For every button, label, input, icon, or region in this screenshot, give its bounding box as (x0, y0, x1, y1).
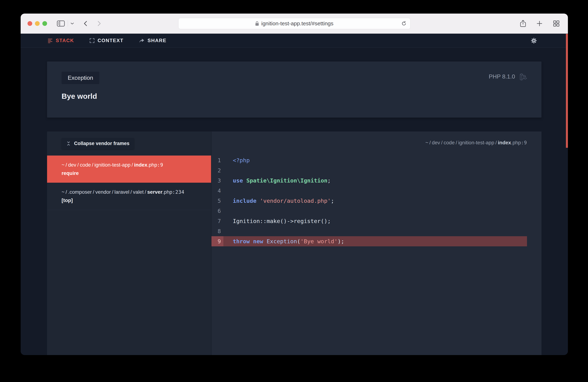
code-panel: ~/dev/code/ignition-test-app/index.php:9… (211, 132, 542, 355)
code-line: 7 Ignition::make()->register(); (211, 216, 527, 226)
sidebar-toggle-button[interactable] (57, 20, 65, 27)
error-page: Exception Bye world PHP 8.1.0 (21, 48, 568, 355)
code-line: 8 (211, 226, 527, 236)
share-button[interactable] (520, 20, 526, 27)
refresh-button[interactable] (401, 21, 407, 26)
zoom-button[interactable] (42, 21, 47, 26)
line-number: 5 (211, 196, 223, 206)
frames-list: ~/dev/code/ignition-test-app/index.php:9… (47, 155, 211, 210)
tab-share[interactable]: SHARE (139, 38, 167, 43)
line-content: include 'vendor/autoload.php'; (223, 197, 334, 204)
frame-path: ~/dev/code/ignition-test-app/index.php:9 (62, 162, 203, 168)
code-snippet: 1 <?php 2 3 use Spatie\Ignition\Ignition… (211, 155, 527, 246)
frame-path: ~/.composer/vendor/laravel/valet/server.… (62, 189, 203, 195)
share-export-icon (520, 20, 526, 27)
line-number: 1 (211, 155, 223, 165)
stack-section: Collapse vendor frames ~/dev/code/igniti… (47, 132, 542, 355)
stack-frame[interactable]: ~/.composer/vendor/laravel/valet/server.… (47, 183, 211, 210)
line-number: 7 (211, 216, 223, 226)
sidebar-menu-button[interactable] (70, 22, 74, 25)
scrollbar-thumb[interactable] (566, 34, 568, 148)
line-number: 9 (211, 236, 223, 246)
exception-card: Exception Bye world PHP 8.1.0 (47, 61, 542, 117)
chevron-down-icon (70, 22, 74, 25)
back-icon (84, 21, 87, 26)
code-line: 4 (211, 186, 527, 196)
tab-context[interactable]: CONTEXT (90, 38, 124, 43)
tab-overview-button[interactable] (553, 20, 560, 27)
code-line: 5 include 'vendor/autoload.php'; (211, 196, 527, 206)
line-number: 4 (211, 186, 223, 196)
line-content: use Spatie\Ignition\Ignition; (223, 177, 331, 184)
minimize-button[interactable] (35, 21, 40, 26)
close-button[interactable] (27, 21, 32, 26)
code-line: 6 (211, 206, 527, 216)
gear-icon (531, 38, 537, 44)
line-number: 2 (211, 165, 223, 175)
line-number: 6 (211, 206, 223, 216)
tab-context-label: CONTEXT (98, 38, 124, 43)
share-arrow-icon (139, 38, 145, 43)
exception-class-badge: Exception (62, 72, 99, 84)
stack-frame[interactable]: ~/dev/code/ignition-test-app/index.php:9… (47, 155, 211, 183)
stack-trace-panel: Collapse vendor frames ~/dev/code/igniti… (47, 132, 211, 355)
code-line: 1 <?php (211, 155, 527, 165)
browser-toolbar: ignition-test-app.test/#settings (21, 14, 568, 34)
frame-method: require (62, 170, 203, 176)
browser-window: ignition-test-app.test/#settings (21, 14, 568, 355)
line-number: 3 (211, 175, 223, 186)
sidebar-icon (57, 20, 65, 27)
settings-button[interactable] (531, 38, 537, 44)
url-text: ignition-test-app.test/#settings (261, 20, 334, 27)
php-version-label: PHP 8.1.0 (489, 73, 515, 80)
refresh-icon (401, 21, 407, 26)
exception-message: Bye world (62, 92, 527, 101)
collapse-icon (66, 141, 71, 146)
collapse-button-label: Collapse vendor frames (74, 141, 129, 146)
tab-share-label: SHARE (147, 38, 167, 43)
context-brackets-icon (90, 38, 94, 43)
tab-stack[interactable]: STACK (48, 38, 74, 43)
line-content: throw new Exception('Bye world'); (223, 238, 344, 245)
traffic-lights (27, 21, 47, 26)
back-button[interactable] (84, 21, 87, 26)
tab-overview-icon (553, 20, 560, 27)
code-line: 2 (211, 165, 527, 175)
line-content: <?php (223, 157, 250, 164)
frame-method: [top] (62, 197, 203, 203)
ignition-navbar: STACK CONTEXT SHARE (21, 34, 568, 48)
code-line: 9 throw new Exception('Bye world'); (211, 236, 527, 246)
tab-stack-label: STACK (56, 38, 74, 43)
forward-icon (97, 21, 101, 26)
collapse-vendor-frames-button[interactable]: Collapse vendor frames (62, 138, 134, 149)
stack-lines-icon (48, 38, 53, 43)
line-number: 8 (211, 226, 223, 236)
lock-icon (255, 21, 259, 26)
toolbar-divider (68, 20, 68, 27)
laravel-icon (520, 73, 527, 80)
forward-button[interactable] (97, 21, 101, 26)
line-content: Ignition::make()->register(); (223, 218, 331, 224)
plus-icon (536, 20, 543, 27)
address-bar[interactable]: ignition-test-app.test/#settings (178, 18, 410, 29)
new-tab-button[interactable] (536, 20, 543, 27)
code-line: 3 use Spatie\Ignition\Ignition; (211, 175, 527, 186)
code-file-path: ~/dev/code/ignition-test-app/index.php:9 (211, 132, 542, 155)
